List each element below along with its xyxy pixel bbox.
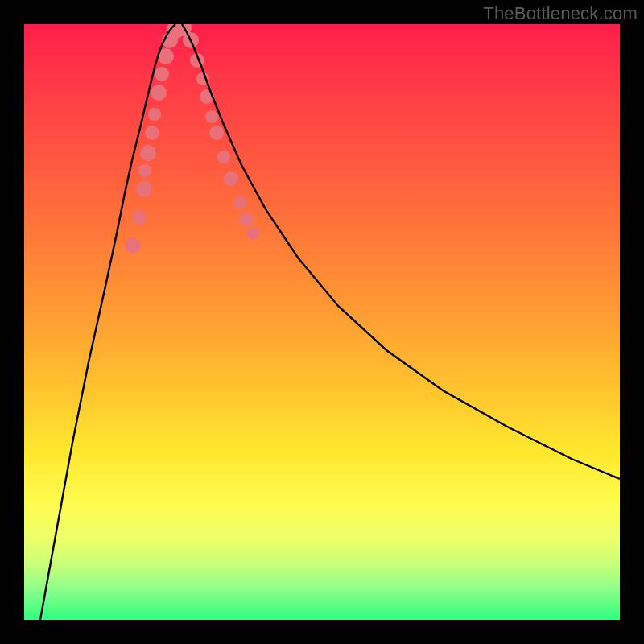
marker-dot xyxy=(151,85,167,101)
marker-dots-group xyxy=(125,24,259,254)
marker-dot xyxy=(233,196,246,209)
marker-dot xyxy=(217,151,230,163)
marker-dot xyxy=(224,171,238,186)
marker-dot xyxy=(155,67,169,81)
marker-dot xyxy=(205,110,218,123)
marker-dot xyxy=(148,108,161,121)
marker-dot xyxy=(132,210,147,225)
watermark-text: TheBottleneck.com xyxy=(483,3,638,24)
marker-dot xyxy=(136,181,152,197)
marker-dot xyxy=(145,126,159,140)
marker-dot xyxy=(125,237,141,254)
marker-dot xyxy=(140,145,156,161)
marker-dot xyxy=(239,212,254,226)
outer-frame: TheBottleneck.com xyxy=(0,0,644,644)
plot-area xyxy=(24,24,620,620)
right-curve-path xyxy=(182,24,620,479)
marker-dot xyxy=(138,164,151,177)
marker-dot xyxy=(209,126,224,140)
marker-dot xyxy=(246,227,259,240)
chart-svg xyxy=(24,24,620,620)
